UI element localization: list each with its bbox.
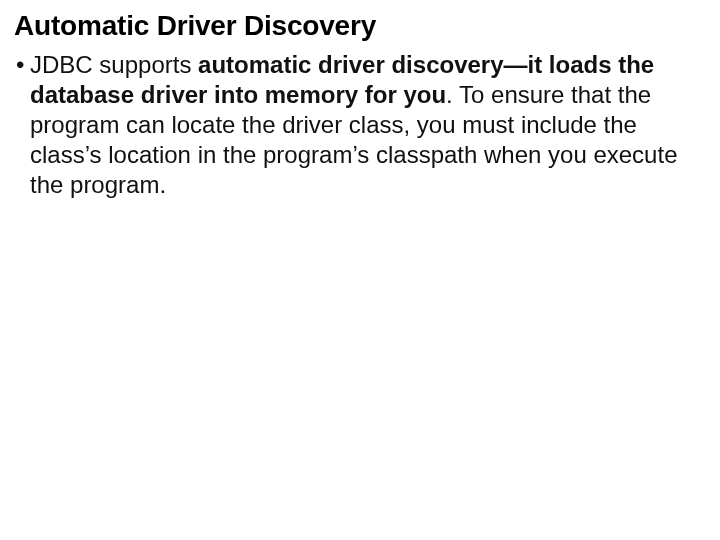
bullet-item: JDBC supports automatic driver discovery… bbox=[14, 50, 706, 200]
bullet-lead: JDBC supports bbox=[30, 51, 198, 78]
bullet-list: JDBC supports automatic driver discovery… bbox=[14, 50, 706, 200]
slide-title: Automatic Driver Discovery bbox=[14, 10, 706, 42]
